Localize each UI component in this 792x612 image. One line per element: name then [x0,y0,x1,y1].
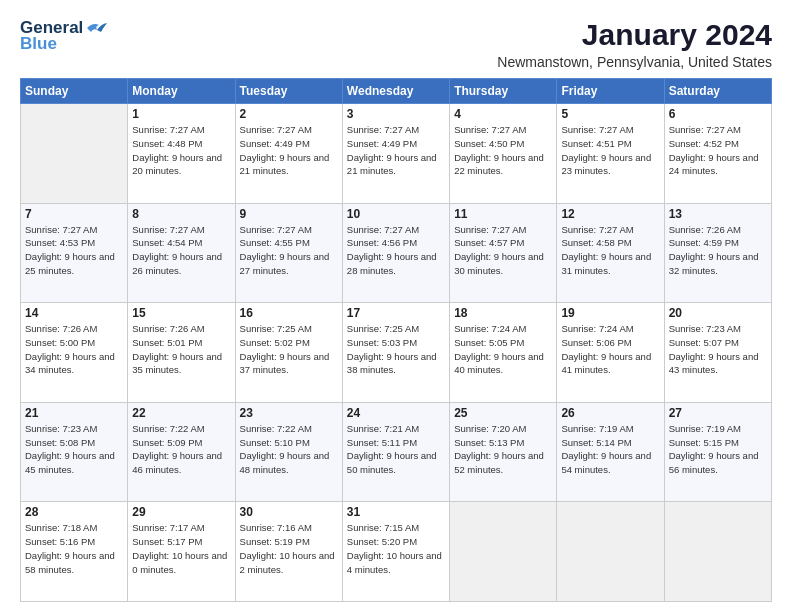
calendar-cell: 30Sunrise: 7:16 AMSunset: 5:19 PMDayligh… [235,502,342,602]
col-tuesday: Tuesday [235,79,342,104]
col-sunday: Sunday [21,79,128,104]
logo: General Blue [20,18,107,54]
calendar-table: Sunday Monday Tuesday Wednesday Thursday… [20,78,772,602]
day-info: Sunrise: 7:27 AMSunset: 4:55 PMDaylight:… [240,223,338,278]
calendar-cell: 10Sunrise: 7:27 AMSunset: 4:56 PMDayligh… [342,203,449,303]
calendar-cell: 11Sunrise: 7:27 AMSunset: 4:57 PMDayligh… [450,203,557,303]
day-number: 9 [240,207,338,221]
day-number: 17 [347,306,445,320]
page: General Blue January 2024 Newmanstown, P… [0,0,792,612]
calendar-cell: 31Sunrise: 7:15 AMSunset: 5:20 PMDayligh… [342,502,449,602]
calendar-cell: 26Sunrise: 7:19 AMSunset: 5:14 PMDayligh… [557,402,664,502]
day-info: Sunrise: 7:27 AMSunset: 4:52 PMDaylight:… [669,123,767,178]
day-info: Sunrise: 7:17 AMSunset: 5:17 PMDaylight:… [132,521,230,576]
calendar-cell: 8Sunrise: 7:27 AMSunset: 4:54 PMDaylight… [128,203,235,303]
day-info: Sunrise: 7:24 AMSunset: 5:05 PMDaylight:… [454,322,552,377]
calendar-week-row: 28Sunrise: 7:18 AMSunset: 5:16 PMDayligh… [21,502,772,602]
day-number: 2 [240,107,338,121]
calendar-cell: 14Sunrise: 7:26 AMSunset: 5:00 PMDayligh… [21,303,128,403]
day-number: 14 [25,306,123,320]
calendar-cell: 25Sunrise: 7:20 AMSunset: 5:13 PMDayligh… [450,402,557,502]
day-number: 28 [25,505,123,519]
logo-blue: Blue [20,34,57,54]
calendar-cell [664,502,771,602]
day-number: 12 [561,207,659,221]
day-info: Sunrise: 7:19 AMSunset: 5:15 PMDaylight:… [669,422,767,477]
calendar-cell: 22Sunrise: 7:22 AMSunset: 5:09 PMDayligh… [128,402,235,502]
day-info: Sunrise: 7:25 AMSunset: 5:03 PMDaylight:… [347,322,445,377]
day-number: 23 [240,406,338,420]
day-number: 3 [347,107,445,121]
calendar-cell [557,502,664,602]
title-area: January 2024 Newmanstown, Pennsylvania, … [497,18,772,70]
calendar-cell: 28Sunrise: 7:18 AMSunset: 5:16 PMDayligh… [21,502,128,602]
day-number: 30 [240,505,338,519]
day-number: 4 [454,107,552,121]
calendar-cell: 3Sunrise: 7:27 AMSunset: 4:49 PMDaylight… [342,104,449,204]
day-number: 10 [347,207,445,221]
day-info: Sunrise: 7:27 AMSunset: 4:49 PMDaylight:… [240,123,338,178]
day-info: Sunrise: 7:27 AMSunset: 4:49 PMDaylight:… [347,123,445,178]
day-number: 18 [454,306,552,320]
calendar-cell: 12Sunrise: 7:27 AMSunset: 4:58 PMDayligh… [557,203,664,303]
day-info: Sunrise: 7:26 AMSunset: 5:01 PMDaylight:… [132,322,230,377]
day-info: Sunrise: 7:26 AMSunset: 5:00 PMDaylight:… [25,322,123,377]
header: General Blue January 2024 Newmanstown, P… [20,18,772,70]
calendar-cell: 5Sunrise: 7:27 AMSunset: 4:51 PMDaylight… [557,104,664,204]
calendar-cell: 23Sunrise: 7:22 AMSunset: 5:10 PMDayligh… [235,402,342,502]
day-number: 1 [132,107,230,121]
day-number: 22 [132,406,230,420]
day-info: Sunrise: 7:21 AMSunset: 5:11 PMDaylight:… [347,422,445,477]
day-number: 24 [347,406,445,420]
calendar-cell [21,104,128,204]
day-info: Sunrise: 7:15 AMSunset: 5:20 PMDaylight:… [347,521,445,576]
main-title: January 2024 [497,18,772,52]
calendar-cell [450,502,557,602]
day-number: 19 [561,306,659,320]
day-number: 6 [669,107,767,121]
calendar-cell: 13Sunrise: 7:26 AMSunset: 4:59 PMDayligh… [664,203,771,303]
calendar-cell: 7Sunrise: 7:27 AMSunset: 4:53 PMDaylight… [21,203,128,303]
col-friday: Friday [557,79,664,104]
calendar-cell: 1Sunrise: 7:27 AMSunset: 4:48 PMDaylight… [128,104,235,204]
calendar-week-row: 14Sunrise: 7:26 AMSunset: 5:00 PMDayligh… [21,303,772,403]
day-number: 5 [561,107,659,121]
logo-bird-icon [85,20,107,36]
day-info: Sunrise: 7:27 AMSunset: 4:56 PMDaylight:… [347,223,445,278]
day-info: Sunrise: 7:27 AMSunset: 4:53 PMDaylight:… [25,223,123,278]
day-number: 21 [25,406,123,420]
calendar-cell: 4Sunrise: 7:27 AMSunset: 4:50 PMDaylight… [450,104,557,204]
calendar-week-row: 21Sunrise: 7:23 AMSunset: 5:08 PMDayligh… [21,402,772,502]
day-info: Sunrise: 7:27 AMSunset: 4:50 PMDaylight:… [454,123,552,178]
day-number: 16 [240,306,338,320]
day-number: 7 [25,207,123,221]
calendar-cell: 17Sunrise: 7:25 AMSunset: 5:03 PMDayligh… [342,303,449,403]
col-saturday: Saturday [664,79,771,104]
day-info: Sunrise: 7:27 AMSunset: 4:48 PMDaylight:… [132,123,230,178]
calendar-cell: 6Sunrise: 7:27 AMSunset: 4:52 PMDaylight… [664,104,771,204]
day-info: Sunrise: 7:27 AMSunset: 4:54 PMDaylight:… [132,223,230,278]
subtitle: Newmanstown, Pennsylvania, United States [497,54,772,70]
day-info: Sunrise: 7:18 AMSunset: 5:16 PMDaylight:… [25,521,123,576]
calendar-cell: 2Sunrise: 7:27 AMSunset: 4:49 PMDaylight… [235,104,342,204]
day-info: Sunrise: 7:19 AMSunset: 5:14 PMDaylight:… [561,422,659,477]
calendar-cell: 27Sunrise: 7:19 AMSunset: 5:15 PMDayligh… [664,402,771,502]
calendar-cell: 15Sunrise: 7:26 AMSunset: 5:01 PMDayligh… [128,303,235,403]
day-number: 26 [561,406,659,420]
col-wednesday: Wednesday [342,79,449,104]
day-info: Sunrise: 7:24 AMSunset: 5:06 PMDaylight:… [561,322,659,377]
calendar-cell: 18Sunrise: 7:24 AMSunset: 5:05 PMDayligh… [450,303,557,403]
calendar-week-row: 7Sunrise: 7:27 AMSunset: 4:53 PMDaylight… [21,203,772,303]
day-info: Sunrise: 7:27 AMSunset: 4:51 PMDaylight:… [561,123,659,178]
day-info: Sunrise: 7:27 AMSunset: 4:57 PMDaylight:… [454,223,552,278]
day-number: 20 [669,306,767,320]
calendar-cell: 16Sunrise: 7:25 AMSunset: 5:02 PMDayligh… [235,303,342,403]
day-info: Sunrise: 7:26 AMSunset: 4:59 PMDaylight:… [669,223,767,278]
day-number: 27 [669,406,767,420]
col-monday: Monday [128,79,235,104]
day-number: 25 [454,406,552,420]
day-number: 15 [132,306,230,320]
day-number: 31 [347,505,445,519]
day-info: Sunrise: 7:25 AMSunset: 5:02 PMDaylight:… [240,322,338,377]
day-number: 29 [132,505,230,519]
